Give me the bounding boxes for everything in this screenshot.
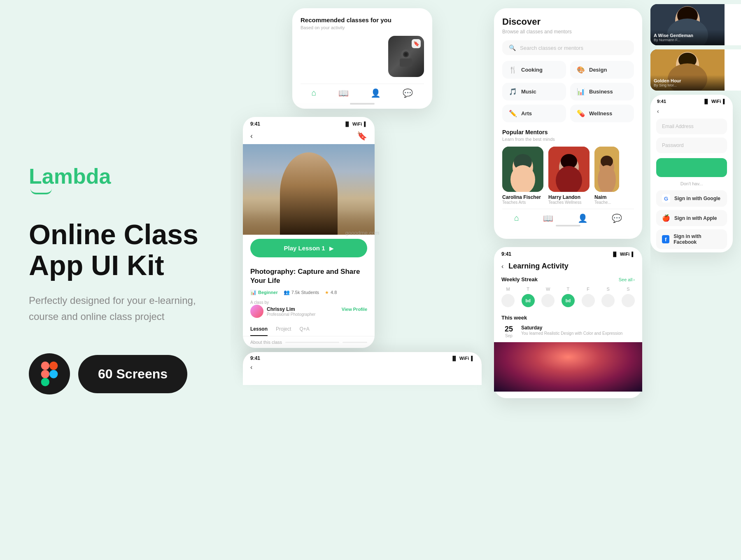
card-1-title: A Wise Gentleman: [654, 33, 721, 38]
mentor-photo-1: [502, 147, 543, 192]
week-event: 25 Sep Saturday You learned Realistic De…: [501, 325, 635, 338]
subtitle: Perfectly designed for your e-learning, …: [29, 293, 202, 324]
bottom-status-icons: ▐▌ WiFi ▌: [451, 356, 474, 361]
activity-title: Learning Activity: [508, 262, 568, 271]
mentor-card-2[interactable]: Harry Landon Teaches Wellness: [548, 147, 590, 205]
activity-wifi: WiFi: [620, 252, 629, 257]
far-right: A Wise Gentleman By Nurmann F... Golden …: [650, 0, 741, 560]
see-all-button[interactable]: See all ›: [619, 277, 635, 282]
dont-have-text: Don't hav...: [650, 181, 733, 186]
rec-title: Recommended classes for you: [301, 16, 424, 23]
back-button[interactable]: ‹: [250, 132, 253, 140]
search-bar[interactable]: 🔍 Search classes or mentors: [502, 40, 634, 55]
play-icon: ▶: [329, 245, 334, 252]
bookmark-icon-2[interactable]: 🔖: [412, 39, 421, 48]
music-category[interactable]: 🎵 Music: [502, 83, 566, 100]
mentor-name-2: Harry Landon: [548, 194, 590, 200]
course-hero-image: [243, 144, 375, 235]
instructor-role: Professional Photographer: [267, 312, 315, 317]
see-all-text: See all: [619, 277, 633, 282]
rec-card-photo[interactable]: 🔖: [388, 36, 424, 77]
svg-rect-2: [41, 370, 49, 378]
event-details: Saturday You learned Realistic Design wi…: [521, 325, 635, 336]
this-week-section: This week 25 Sep Saturday You learned Re…: [494, 310, 642, 342]
business-label: Business: [589, 89, 613, 95]
course-status-bar: 9:41 ▐▌ WiFi ▌: [243, 117, 375, 129]
bottom-back-icon[interactable]: ‹: [250, 364, 252, 371]
cropped-card-2: Golden Hour By Sing Mor...: [650, 49, 741, 91]
arts-category[interactable]: ✏️ Arts: [502, 105, 566, 122]
signin-button[interactable]: [656, 158, 727, 177]
day-wed: W: [541, 287, 555, 307]
svg-rect-1: [49, 362, 58, 370]
view-profile-button[interactable]: View Profile: [342, 307, 367, 312]
mentors-row: Carolina Fischer Teaches Arts Harry Land…: [502, 147, 634, 205]
card-1-overlay: A Wise Gentleman By Nurmann F...: [650, 30, 725, 45]
status-icons: ▐▌ WiFi ▌: [344, 121, 367, 126]
login-back-button[interactable]: ‹: [650, 106, 733, 119]
level-icon: 📊: [250, 289, 256, 295]
mentor-role-3: Teache...: [594, 200, 619, 205]
bottom-hint-phone: 9:41 ▐▌ WiFi ▌ ‹: [243, 352, 482, 385]
arts-label: Arts: [521, 110, 532, 117]
course-bookmark[interactable]: 🔖: [357, 131, 367, 141]
svg-rect-6: [400, 58, 412, 67]
business-category[interactable]: 📊 Business: [570, 83, 634, 100]
mentor-face-svg-3: [594, 147, 619, 192]
discover-profile-icon[interactable]: 👤: [578, 213, 588, 223]
day-sat: S: [601, 287, 615, 307]
main-title: Online Class App UI Kit: [29, 219, 202, 281]
phone-nav-top: ⌂ 📖 👤 💬: [301, 84, 424, 103]
mentor-card-1[interactable]: Carolina Fischer Teaches Arts: [502, 147, 543, 205]
facebook-signin-button[interactable]: f Sign in with Facebook: [656, 229, 727, 249]
cooking-category[interactable]: 🍴 Cooking: [502, 61, 566, 79]
login-battery: ▌: [723, 99, 726, 104]
activity-back-button[interactable]: ‹: [501, 263, 503, 270]
lesson-tab[interactable]: Lesson: [250, 326, 268, 336]
day-tue: T bd: [522, 287, 535, 307]
svg-rect-4: [41, 378, 49, 386]
day-label-m: M: [506, 287, 510, 292]
music-label: Music: [521, 89, 536, 95]
discover-book-icon[interactable]: 📖: [543, 213, 553, 223]
status-time: 9:41: [250, 121, 260, 127]
day-circle-t: bd: [522, 294, 535, 307]
book-nav-icon[interactable]: 📖: [338, 88, 349, 98]
email-field[interactable]: Email Address: [656, 119, 727, 134]
logo-text: Lambda: [29, 166, 202, 187]
day-mon: M: [501, 287, 515, 307]
camera-icon: [396, 46, 416, 67]
profile-nav-icon[interactable]: 👤: [370, 88, 381, 98]
discover-phone: Discover Browse all classes and mentors …: [494, 8, 642, 239]
msg-nav-icon[interactable]: 💬: [403, 88, 413, 98]
project-tab[interactable]: Project: [276, 326, 291, 336]
mentor-name-3: Naim: [594, 194, 619, 200]
home-nav-icon[interactable]: ⌂: [312, 88, 317, 98]
category-grid: 🍴 Cooking 🎨 Design 🎵 Music 📊 Business ✏️…: [502, 61, 634, 122]
mentor-card-3[interactable]: Naim Teache...: [594, 147, 619, 205]
wellness-category[interactable]: 💊 Wellness: [570, 105, 634, 122]
password-field[interactable]: Password: [656, 138, 727, 153]
qa-tab[interactable]: Q+A: [299, 326, 309, 336]
mentor-face-svg-1: [502, 147, 543, 192]
design-category[interactable]: 🎨 Design: [570, 61, 634, 79]
play-lesson-button[interactable]: Play Lesson 1 ▶: [250, 239, 367, 257]
about-divider-2: [343, 342, 367, 343]
apple-signin-button[interactable]: 🍎 Sign in with Apple: [656, 210, 727, 226]
left-panel: Lambda Online Class App UI Kit Perfectly…: [0, 0, 231, 560]
scroll-indicator: [350, 103, 375, 105]
google-signin-button[interactable]: G Sign in with Google: [656, 190, 727, 207]
discover-msg-icon[interactable]: 💬: [612, 213, 622, 223]
cropped-img-2: Golden Hour By Sing Mor...: [650, 49, 725, 91]
login-status-icons: ▐▌ WiFi ▌: [703, 99, 726, 104]
day-circle-w: [541, 294, 555, 307]
discover-home-icon[interactable]: ⌂: [514, 213, 519, 223]
activity-time: 9:41: [501, 251, 511, 257]
instructor-avatar: [250, 305, 263, 318]
weekly-streak-row: Weekly Streak See all ›: [494, 276, 642, 287]
day-sun: S: [622, 287, 635, 307]
about-row: About this class: [243, 340, 375, 348]
search-placeholder: Search classes or mentors: [520, 45, 583, 51]
course-phone: 9:41 ▐▌ WiFi ▌ ‹ 🔖 Play Lesson 1 ▶: [243, 117, 375, 348]
login-phone: 9:41 ▐▌ WiFi ▌ ‹ Email Address Password …: [650, 95, 733, 252]
